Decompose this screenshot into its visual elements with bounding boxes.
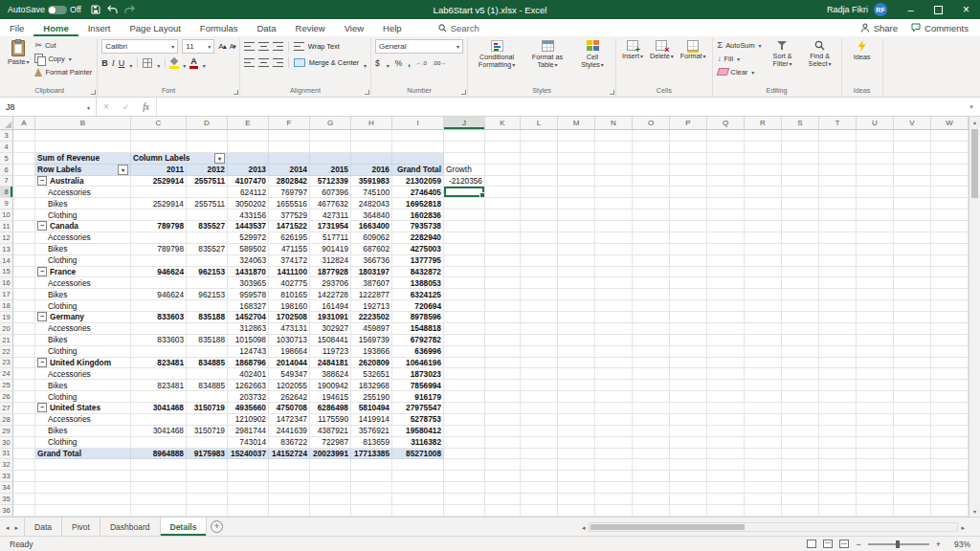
- cell-D26[interactable]: [187, 391, 228, 403]
- cell-M7[interactable]: [558, 176, 595, 187]
- cell-U5[interactable]: [857, 153, 894, 165]
- cell-Q9[interactable]: [707, 198, 745, 209]
- row-header-3[interactable]: 3: [0, 130, 13, 142]
- cell-O24[interactable]: [633, 368, 670, 380]
- cell-K15[interactable]: [485, 267, 521, 278]
- cell-M28[interactable]: [558, 414, 595, 426]
- cell-B9[interactable]: Bikes: [35, 198, 131, 209]
- comments-button[interactable]: Comments: [911, 23, 969, 33]
- cell-K28[interactable]: [485, 414, 521, 426]
- user-name[interactable]: Radja Fikri: [827, 5, 868, 14]
- cell-N13[interactable]: [595, 244, 633, 255]
- cell-H32[interactable]: [351, 459, 392, 471]
- cell-U32[interactable]: [857, 459, 894, 471]
- cell-Q14[interactable]: [707, 255, 745, 267]
- cell-J18[interactable]: [444, 300, 485, 312]
- row-header-10[interactable]: 10: [0, 209, 13, 221]
- cell-E26[interactable]: 203732: [228, 391, 269, 403]
- cell-H25[interactable]: 1832968: [351, 380, 392, 391]
- cell-N11[interactable]: [595, 221, 633, 232]
- cell-I4[interactable]: [392, 142, 444, 153]
- column-header-G[interactable]: G: [310, 117, 351, 129]
- cell-W22[interactable]: [931, 346, 969, 358]
- cell-N10[interactable]: [595, 209, 633, 221]
- row-header-15[interactable]: 15: [0, 267, 13, 278]
- cell-T34[interactable]: [819, 482, 857, 494]
- cell-K35[interactable]: [485, 494, 521, 505]
- cell-O23[interactable]: [633, 358, 670, 369]
- cell-K5[interactable]: [485, 153, 521, 165]
- cell-B11[interactable]: Canada: [35, 221, 131, 232]
- cell-U30[interactable]: [857, 437, 894, 449]
- cell-M14[interactable]: [558, 255, 595, 267]
- cell-I9[interactable]: 16952818: [392, 198, 444, 209]
- sheet-tab-pivot[interactable]: Pivot: [62, 518, 100, 536]
- cell-L7[interactable]: [521, 176, 558, 187]
- cell-M11[interactable]: [558, 221, 595, 232]
- cell-R5[interactable]: [745, 153, 782, 165]
- name-box[interactable]: J8: [0, 98, 97, 116]
- cell-Q23[interactable]: [707, 358, 745, 369]
- cell-H35[interactable]: [351, 494, 392, 505]
- save-button[interactable]: [91, 5, 100, 14]
- cell-K27[interactable]: [485, 403, 521, 414]
- cell-B8[interactable]: Accessories: [35, 187, 131, 198]
- cell-P29[interactable]: [670, 426, 707, 437]
- cell-G14[interactable]: 312824: [310, 255, 351, 267]
- cell-C5[interactable]: Column Labels: [131, 153, 228, 165]
- format-painter-button[interactable]: Format Painter: [33, 66, 93, 77]
- cell-A27[interactable]: [13, 403, 35, 414]
- cell-H5[interactable]: [351, 153, 392, 165]
- cell-P34[interactable]: [670, 482, 707, 494]
- cell-D36[interactable]: [187, 505, 228, 517]
- cell-P20[interactable]: [670, 323, 707, 335]
- cell-R6[interactable]: [745, 165, 782, 176]
- collapse-button[interactable]: [37, 312, 47, 321]
- bottom-align-button[interactable]: [273, 42, 283, 51]
- cell-J27[interactable]: [444, 403, 485, 414]
- cell-W10[interactable]: [931, 209, 969, 221]
- cell-G33[interactable]: [310, 471, 351, 482]
- cell-R9[interactable]: [745, 198, 782, 209]
- cell-L17[interactable]: [521, 289, 558, 300]
- cell-M35[interactable]: [558, 494, 595, 505]
- collapse-button[interactable]: [37, 358, 47, 367]
- font-color-dropdown[interactable]: [202, 55, 206, 72]
- cell-L4[interactable]: [521, 142, 558, 153]
- cell-U7[interactable]: [857, 176, 894, 187]
- cell-K3[interactable]: [485, 130, 521, 142]
- cell-Q26[interactable]: [707, 391, 745, 403]
- insert-function-button[interactable]: [143, 102, 149, 112]
- accounting-format-button[interactable]: [375, 58, 380, 68]
- formula-input[interactable]: [157, 98, 963, 116]
- cell-I11[interactable]: 7935738: [392, 221, 444, 232]
- delete-cells-button[interactable]: Delete: [648, 39, 676, 61]
- cell-R13[interactable]: [745, 244, 782, 255]
- cell-S18[interactable]: [782, 300, 819, 312]
- cell-L11[interactable]: [521, 221, 558, 232]
- cell-R29[interactable]: [745, 426, 782, 437]
- cell-A8[interactable]: [13, 187, 35, 198]
- cell-O19[interactable]: [633, 312, 670, 323]
- cell-U36[interactable]: [857, 505, 894, 517]
- cell-G10[interactable]: 427311: [310, 209, 351, 221]
- cell-A26[interactable]: [13, 391, 35, 403]
- cell-R30[interactable]: [745, 437, 782, 449]
- cell-R20[interactable]: [745, 323, 782, 335]
- cell-I31[interactable]: 85271008: [392, 449, 444, 460]
- row-header-14[interactable]: 14: [0, 255, 13, 267]
- cell-Q32[interactable]: [707, 459, 745, 471]
- cell-N25[interactable]: [595, 380, 633, 391]
- cell-B32[interactable]: [35, 459, 131, 471]
- cell-I19[interactable]: 8978596: [392, 312, 444, 323]
- cell-H13[interactable]: 687602: [351, 244, 392, 255]
- column-header-L[interactable]: L: [521, 117, 558, 129]
- cell-P30[interactable]: [670, 437, 707, 449]
- cell-F27[interactable]: 4750708: [269, 403, 310, 414]
- cell-C32[interactable]: [131, 459, 187, 471]
- cell-C31[interactable]: 8964888: [131, 449, 187, 460]
- cell-L24[interactable]: [521, 368, 558, 380]
- cell-Q33[interactable]: [707, 471, 745, 482]
- zoom-slider[interactable]: [868, 543, 929, 545]
- cell-R34[interactable]: [745, 482, 782, 494]
